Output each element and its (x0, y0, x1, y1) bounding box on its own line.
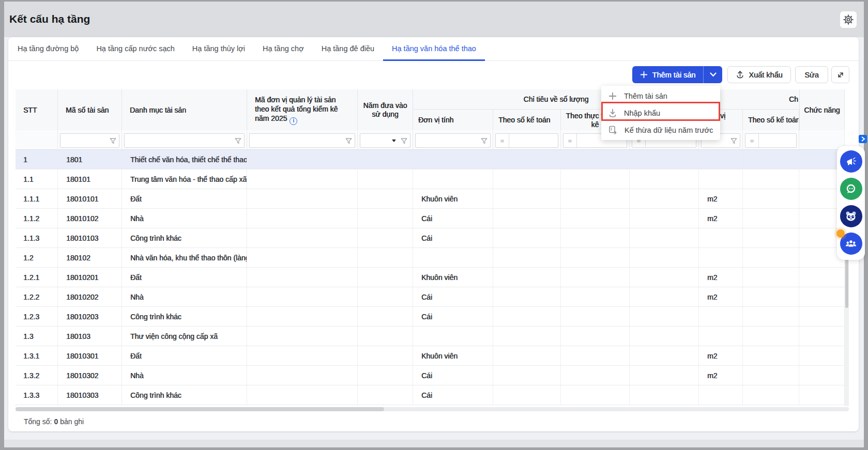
filter-funnel-icon[interactable] (345, 137, 352, 147)
tab-5[interactable]: Hạ tầng đê điều (313, 37, 383, 61)
column-header-code[interactable]: Mã số tài sản (58, 89, 122, 131)
add-asset-dropdown-toggle[interactable] (703, 66, 722, 83)
cell-unit: Cái (413, 228, 493, 248)
filter-input-val_book[interactable]: = (745, 133, 797, 148)
cell-val_book (743, 189, 799, 209)
cell-unit (413, 169, 493, 189)
info-icon[interactable]: i (290, 117, 297, 125)
cell-mgmt_code (247, 287, 358, 307)
side-panel-toggle[interactable] (859, 135, 867, 143)
filter-equals-icon[interactable]: = (564, 134, 577, 147)
tab-6[interactable]: Hạ tầng văn hóa thể thao (383, 37, 485, 61)
cell-qty_hidden (630, 248, 699, 268)
settings-button[interactable] (840, 11, 857, 28)
cell-actions (799, 307, 845, 327)
horizontal-scrollbar-thumb[interactable] (16, 407, 384, 411)
filter-cell-code[interactable] (58, 131, 122, 150)
filter-equals-icon[interactable]: = (496, 134, 509, 147)
filter-cell-val_book[interactable]: = (743, 131, 799, 150)
window-bottom-band (4, 440, 864, 447)
table-row[interactable]: 1.1.218010102NhàCáim2 (16, 209, 845, 228)
table-row[interactable]: 11801Thiết chế văn hóa, thiết chế thể th… (16, 150, 845, 169)
cell-val_book (743, 287, 799, 307)
chevron-down-icon (710, 72, 717, 77)
community-widget[interactable] (840, 232, 862, 255)
cell-unit: Khuôn viên (413, 189, 493, 209)
tab-3[interactable]: Hạ tầng thủy lợi (184, 37, 254, 61)
tab-1[interactable]: Hạ tầng đường bộ (9, 37, 87, 61)
filter-funnel-icon[interactable] (730, 137, 737, 147)
cell-qty_audit (561, 287, 630, 307)
filter-funnel-icon[interactable] (401, 137, 407, 147)
filter-input-name[interactable] (124, 133, 245, 148)
tab-4[interactable]: Hạ tầng chợ (254, 37, 313, 61)
column-header-stt[interactable]: STT (16, 89, 58, 131)
table-row[interactable]: 1.3180103Thư viện công cộng cấp xã (16, 327, 845, 346)
cell-mgmt_code (247, 248, 358, 268)
filter-cell-unit[interactable] (413, 131, 493, 150)
panda-bot-widget[interactable] (840, 205, 862, 227)
filter-cell-year[interactable] (358, 131, 413, 150)
filter-input-qty_book[interactable]: = (495, 133, 558, 148)
cell-qty_audit (561, 307, 630, 327)
column-header-qty_book[interactable]: Theo số kế toán (493, 110, 561, 131)
notification-badge (836, 229, 845, 238)
select-caret-icon[interactable] (392, 139, 396, 142)
table-row[interactable]: 1.2.318010203Công trình khácCái (16, 307, 845, 327)
cell-actions (799, 346, 845, 366)
filter-cell-name[interactable] (122, 131, 247, 150)
cell-unit: Cái (413, 307, 493, 327)
menu-item-3[interactable]: Kế thừa dữ liệu năm trước (601, 121, 720, 138)
cell-unit2 (699, 385, 743, 405)
table-row[interactable]: 1.3.118010301ĐấtKhuôn viênm2 (16, 346, 845, 366)
cell-name: Nhà văn hóa, khu thể thao thôn (làng, ..… (122, 248, 247, 268)
filter-cell-mgmt_code[interactable] (247, 131, 358, 150)
column-header-name[interactable]: Danh mục tài sản (122, 89, 247, 131)
app-window: Kết cấu hạ tầng Hạ tầng đường bộHạ tầng … (4, 2, 864, 447)
export-button[interactable]: Xuất khẩu (727, 66, 791, 83)
chat-widget[interactable] (840, 178, 862, 200)
filter-input-year[interactable] (360, 133, 410, 148)
table-row[interactable]: 1.1.318010103Công trình khácCái (16, 228, 845, 248)
filter-cell-qty_book[interactable]: = (493, 131, 561, 150)
edit-button[interactable]: Sửa (795, 66, 828, 83)
cell-stt: 1.1.2 (16, 209, 58, 228)
table-row[interactable]: 1.1.118010101ĐấtKhuôn viênm2 (16, 189, 845, 209)
table-row[interactable]: 1.2180102Nhà văn hóa, khu thể thao thôn … (16, 248, 845, 268)
column-header-unit[interactable]: Đơn vị tính (413, 110, 493, 131)
filter-input-unit[interactable] (415, 133, 491, 148)
tab-bar: Hạ tầng đường bộHạ tầng cấp nước sạchHạ … (8, 37, 859, 61)
expand-button[interactable] (831, 66, 849, 83)
announcement-widget[interactable] (840, 150, 862, 173)
cell-year (358, 189, 413, 209)
table-row[interactable]: 1.3.318010303Công trình khácCái (16, 385, 845, 405)
cell-qty_book (493, 169, 561, 189)
table-row[interactable]: 1.1180101Trung tâm văn hóa - thể thao cấ… (16, 169, 845, 189)
cell-qty_hidden (630, 228, 699, 248)
column-header-year[interactable]: Năm đưa vào sử dụng (358, 89, 413, 131)
cell-name: Công trình khác (122, 307, 247, 327)
cell-mgmt_code (247, 346, 358, 366)
table-row[interactable]: 1.2.218010202NhàCáim2 (16, 287, 845, 307)
column-header-mgmt_code[interactable]: Mã đơn vị quản lý tài sản theo kết quả t… (247, 89, 358, 131)
column-header-val_book[interactable]: Theo số kế toán (743, 110, 799, 131)
cell-year (358, 248, 413, 268)
filter-input-mgmt_code[interactable] (249, 133, 355, 148)
highlight-annotation (601, 102, 720, 121)
cell-year (358, 346, 413, 366)
filter-funnel-icon[interactable] (481, 137, 488, 147)
horizontal-scrollbar[interactable] (16, 407, 849, 411)
cell-actions (799, 366, 845, 385)
vertical-scrollbar-thumb[interactable] (845, 258, 848, 308)
filter-funnel-icon[interactable] (110, 137, 116, 147)
filter-funnel-icon[interactable] (235, 137, 241, 147)
filter-input-code[interactable] (60, 133, 119, 148)
cell-year (358, 287, 413, 307)
cell-code: 18010101 (58, 189, 122, 209)
table-row[interactable]: 1.3.218010302NhàCáim2 (16, 366, 845, 385)
add-asset-button[interactable]: Thêm tài sản (632, 66, 722, 83)
filter-equals-icon[interactable]: = (745, 134, 759, 147)
cell-unit2 (699, 150, 743, 169)
table-row[interactable]: 1.2.118010201ĐấtKhuôn viênm2 (16, 268, 845, 287)
tab-2[interactable]: Hạ tầng cấp nước sạch (87, 37, 183, 61)
